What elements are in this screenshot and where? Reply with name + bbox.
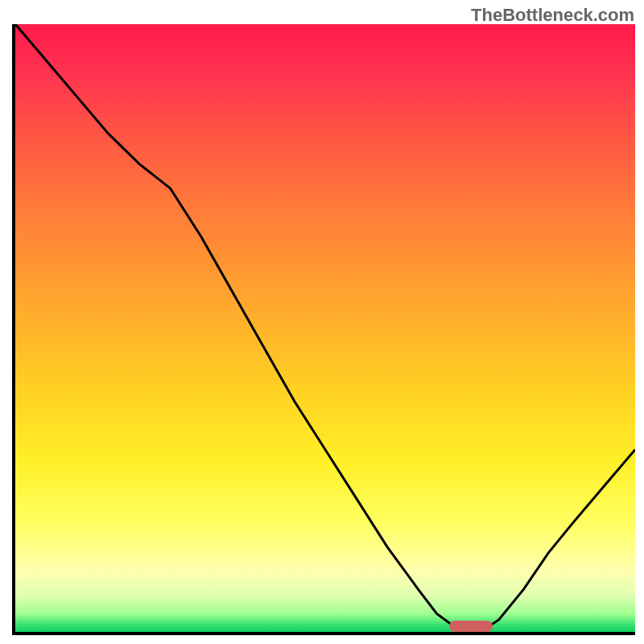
- watermark-text: TheBottleneck.com: [471, 5, 634, 26]
- optimal-marker: [449, 621, 493, 632]
- plot-area: [12, 24, 635, 635]
- curve-svg: [15, 24, 635, 632]
- bottleneck-curve: [15, 24, 635, 632]
- chart-container: TheBottleneck.com: [0, 0, 644, 644]
